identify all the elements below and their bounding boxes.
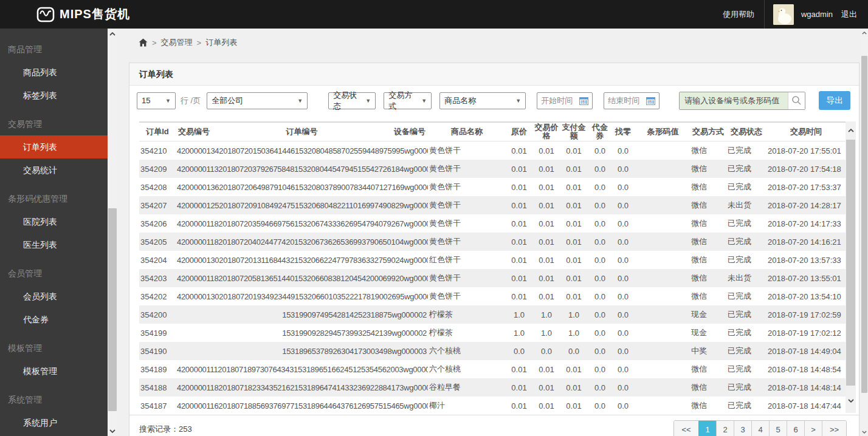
page-button-5[interactable]: 5	[769, 421, 787, 436]
product-name-select[interactable]: 商品名称 ▼	[439, 92, 526, 109]
cell-pay-amount: 0.01	[560, 233, 587, 251]
cell-time: 2018-07-20 17:53:37	[766, 178, 846, 196]
sidebar-scrollbar[interactable]	[108, 29, 117, 436]
start-time-input[interactable]: 开始时间	[537, 92, 593, 109]
calendar-icon[interactable]	[646, 97, 655, 105]
cell-time: 2018-07-18 14:48:54	[766, 360, 846, 378]
table-row[interactable]: 35419015318965378926304173003498wg000003…	[139, 342, 846, 360]
page-button-4[interactable]: 4	[751, 421, 769, 436]
col-voucher: 代金券	[587, 122, 613, 141]
cell-voucher: 0.0	[587, 141, 613, 160]
page-button-3[interactable]: 3	[734, 421, 751, 436]
table-row[interactable]: 3542074200000125201807209108492475153206…	[139, 196, 846, 214]
page-button-6[interactable]: 6	[787, 421, 804, 436]
cell-voucher: 0.0	[587, 269, 613, 287]
sidebar-item-trade-stats[interactable]: 交易统计	[0, 158, 108, 182]
sidebar-item-hospital-list[interactable]: 医院列表	[0, 210, 108, 233]
cell-change: 0.0	[613, 342, 633, 360]
scroll-down-icon[interactable]	[846, 395, 856, 406]
records-count: 253	[179, 424, 192, 434]
cell-method: 微信	[690, 160, 726, 178]
cell-change: 0.0	[613, 196, 633, 214]
breadcrumb-order-list[interactable]: 订单列表	[205, 37, 237, 48]
table-row[interactable]: 3541894200000111201807189730764343153189…	[139, 360, 846, 378]
sidebar-item-doctor-list[interactable]: 医生列表	[0, 233, 108, 256]
table-row[interactable]: 3542054200000118201807204024477420153206…	[139, 233, 846, 251]
cell-change: 0.0	[613, 214, 633, 233]
search-input[interactable]	[680, 92, 788, 109]
scroll-up-icon[interactable]	[846, 125, 856, 135]
col-trade-method: 交易方式	[690, 122, 726, 141]
trade-method-value: 交易方式	[388, 90, 418, 112]
scroll-up-icon[interactable]	[861, 29, 868, 37]
scroll-down-icon[interactable]	[861, 427, 868, 436]
cell-barcode	[633, 233, 690, 251]
cell-price: 0.01	[506, 397, 532, 415]
table-row[interactable]: 35420015319909749542814252318875wg000002…	[139, 305, 846, 324]
cell-product: 黄色饼干	[428, 233, 506, 251]
trade-method-select[interactable]: 交易方式 ▼	[384, 92, 432, 109]
cell-pay-amount: 1.0	[560, 324, 587, 342]
panel-title: 订单列表	[129, 63, 859, 86]
end-time-input[interactable]: 结束时间	[604, 92, 660, 109]
table-row[interactable]: 3542034200000118201807205813651440153206…	[139, 269, 846, 287]
sidebar-item-system-user[interactable]: 系统用户	[0, 411, 108, 434]
cell-order-id: 354200	[139, 305, 176, 324]
cell-time: 2018-07-20 13:55:01	[766, 269, 846, 287]
sidebar-scrollbar-thumb[interactable]	[108, 208, 117, 411]
cell-method: 微信	[690, 269, 726, 287]
sidebar-item-product-list[interactable]: 商品列表	[0, 61, 108, 84]
export-button[interactable]: 导出	[819, 91, 850, 110]
page-size-select[interactable]: 15 ▼	[137, 92, 176, 109]
cell-code: 4200000134201807201503641446153208048587…	[176, 141, 428, 160]
table-row[interactable]: 3542084200000136201807206498791046153208…	[139, 178, 846, 196]
table-row[interactable]: 3542044200000130201807201311684432153206…	[139, 251, 846, 269]
cell-method: 中奖	[690, 342, 726, 360]
page-button-first[interactable]: <<	[674, 421, 698, 436]
table-scrollbar[interactable]	[846, 121, 856, 413]
page-scrollbar[interactable]	[861, 29, 868, 436]
cell-barcode	[633, 214, 690, 233]
table-row[interactable]: 35419915319909282945739932542139wg000002…	[139, 324, 846, 342]
sidebar-item-tag-list[interactable]: 标签列表	[0, 84, 108, 107]
cell-order-id: 354188	[139, 378, 176, 397]
page-button-next[interactable]: >	[804, 421, 822, 436]
home-icon[interactable]	[139, 38, 148, 47]
table-row[interactable]: 3542104200000134201807201503641446153208…	[139, 141, 846, 160]
search-records-count: 搜索记录：253	[139, 424, 192, 435]
table-row[interactable]: 3542024200000130201807201934923449153206…	[139, 287, 846, 305]
calendar-icon[interactable]	[579, 97, 588, 105]
page-size-unit-label: 行 /页	[181, 95, 201, 106]
avatar[interactable]	[773, 4, 794, 25]
cell-voucher: 0.0	[587, 160, 613, 178]
company-select[interactable]: 全部公司 ▼	[207, 92, 308, 109]
cell-method: 微信	[690, 251, 726, 269]
logout-link[interactable]: 退出	[841, 9, 857, 20]
table-row[interactable]: 3541874200000116201807188569376977153189…	[139, 397, 846, 415]
page-button-2[interactable]: 2	[716, 421, 734, 436]
page-button-last[interactable]: >>	[822, 421, 846, 436]
cell-price: 1.0	[506, 305, 532, 324]
trade-status-select[interactable]: 交易状态 ▼	[328, 92, 376, 109]
help-link[interactable]: 使用帮助	[723, 9, 754, 20]
table-scrollbar-thumb[interactable]	[846, 140, 855, 386]
cell-pay-amount: 0.0	[560, 342, 587, 360]
table-row[interactable]: 3541884200000118201807182334352162153189…	[139, 378, 846, 397]
page-scrollbar-thumb[interactable]	[861, 56, 867, 393]
sidebar-item-order-list[interactable]: 订单列表	[0, 135, 108, 158]
page-button-1[interactable]: 1	[698, 421, 716, 436]
search-button[interactable]	[788, 92, 805, 109]
scroll-down-icon[interactable]	[108, 426, 117, 436]
app-logo: MIPS售货机	[0, 6, 130, 22]
sidebar-item-voucher[interactable]: 代金券	[0, 308, 108, 331]
username[interactable]: wgadmin	[801, 10, 833, 19]
sidebar-item-member-list[interactable]: 会员列表	[0, 285, 108, 308]
table-row[interactable]: 3542064200000118201807203594669756153206…	[139, 214, 846, 233]
scroll-up-icon[interactable]	[108, 29, 117, 39]
cell-status: 已完成	[726, 141, 766, 160]
col-trade-no: 交易编号	[178, 128, 210, 136]
table-row[interactable]: 3542094200000113201807203792675848153208…	[139, 160, 846, 178]
orders-table-wrap: 订单Id 交易编号 订单编号 设备编号 商品名称 原价 交易价格	[139, 121, 859, 415]
breadcrumb-trade-mgmt[interactable]: 交易管理	[161, 37, 193, 48]
sidebar-item-template-mgmt[interactable]: 模板管理	[0, 359, 108, 383]
